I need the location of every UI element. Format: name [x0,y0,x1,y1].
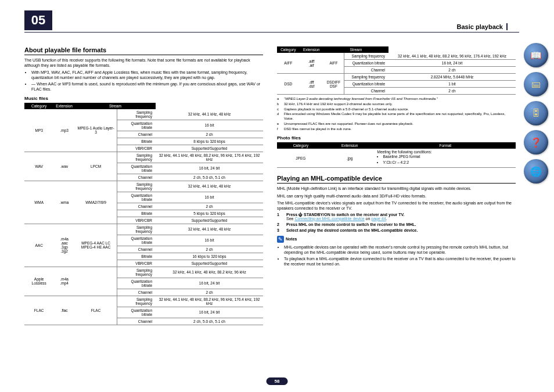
note-icon: ✎ [277,236,284,243]
note-item: MHL-compatible devices can be operated w… [284,244,516,255]
bullet: With MP3, WAV, AAC, FLAC, AIFF and Apple… [31,70,263,80]
column-left: About playable file formats The USB func… [24,46,263,325]
chapter-badge: 05 [24,10,52,30]
music-files-table-cont: CategoryExtensionStream AIFF.aiff.aifAIF… [277,46,516,95]
footnote: a"MPEG Layer-3 audio decoding technology… [277,97,516,102]
table-row: Apple Lossless.m4a.mp4Sampling frequency… [24,267,263,278]
note-item: To playback from a MHL-compatible device… [284,256,516,267]
section-mhl-title: Playing an MHL-compatible device [277,175,516,184]
mhl-p3: The MHL-compatible device's video signal… [277,200,516,211]
photo-files-table: CategoryExtensionFormat JPEG .jpg Meetin… [277,142,516,168]
footnote: b32 kHz, 176.4 kHz and 192 kHz support 2… [277,102,516,107]
footnote: fDSD files cannot be played in the sub z… [277,127,516,132]
book-icon[interactable]: 📖 [524,43,548,67]
column-right: CategoryExtensionStream AIFF.aiff.aifAIF… [277,46,516,325]
table-row: WAV.wavLPCMSampling frequency32 kHz, 44.… [24,152,263,163]
footnote: dFiles encoded using Windows Media Codec… [277,112,516,121]
intro-text: The USB function of this receiver suppor… [24,57,263,68]
mhl-p2: MHL can carry high quality multi-channel… [277,193,516,199]
step: 3Select and play the desired contents on… [277,228,516,232]
notes-list: MHL-compatible devices can be operated w… [277,244,516,267]
mhl-p1: MHL (Mobile High-definition Link) is an … [277,186,516,191]
page-number: 58 [267,377,288,385]
photo-files-heading: Photo files [277,135,516,141]
sidebar: 📖 🖴 🎛 ❓ 🌐 [524,43,548,184]
section-about-title: About playable file formats [24,46,263,55]
table-row: DSD.dff.dsfDSDIFFDSFSampling frequency2.… [277,74,516,81]
music-files-table: CategoryExtensionStream MP3.mp3MPEG-1 Au… [24,103,263,325]
step: 2Press MHL on the remote control to swit… [277,222,516,226]
footnote: cGapless playback is not possible with a… [277,107,516,112]
header-rule [24,32,519,33]
notes-label: Notes [286,237,297,241]
remote-icon[interactable]: 🎛 [524,101,548,125]
footnotes: a"MPEG Layer-3 audio decoding technology… [277,97,516,132]
table-row: AAC.m4a.aac.3gp.3g2MPEG-4 AAC LCMPEG-4 H… [24,224,263,235]
table-row: MP3.mp3MPEG-1 Audio Layer-3Sampling freq… [24,109,263,120]
link[interactable]: page 44 [371,217,386,221]
bullet: — When AAC or MP3 format is used, sound … [31,81,263,92]
intro-bullets: With MP3, WAV, AAC, FLAC, AIFF and Apple… [24,70,263,92]
music-files-heading: Music files [24,96,263,101]
footnote: eUncompressed FLAC files are not support… [277,122,516,127]
table-row: FLAC.flacFLACSampling frequency32 kHz, 4… [24,296,263,307]
table-row: WMA.wmaWMA2/7/8/9Sampling frequency32 kH… [24,181,263,192]
step: 1Press ⏻ STANDBY/ON to switch on the rec… [277,213,516,221]
link[interactable]: Connecting an MHL-compatible device [294,217,364,221]
hardware-icon[interactable]: 🖴 [524,72,548,96]
network-icon[interactable]: 🌐 [524,159,548,184]
help-icon[interactable]: ❓ [524,130,548,154]
table-row: AIFF.aiff.aifAIFFSampling frequency32 kH… [277,53,516,60]
header-title: Basic playback [457,23,508,30]
